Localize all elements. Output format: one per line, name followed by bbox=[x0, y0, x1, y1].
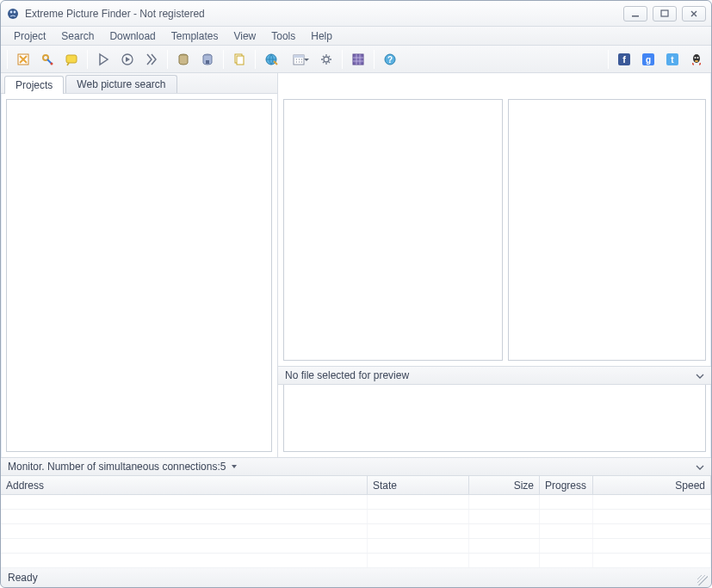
monitor-header[interactable]: Monitor. Number of simultaneous connecti… bbox=[1, 457, 711, 476]
table-row bbox=[1, 495, 711, 510]
chevron-down-icon bbox=[696, 372, 704, 381]
resize-grip-icon[interactable] bbox=[697, 575, 708, 585]
browse-icon[interactable] bbox=[260, 49, 282, 70]
svg-point-1 bbox=[10, 10, 13, 13]
svg-rect-3 bbox=[632, 15, 639, 17]
monitor-label-prefix: Monitor. Number of simultaneous connecti… bbox=[8, 461, 220, 473]
details-panel[interactable] bbox=[508, 99, 706, 361]
svg-rect-12 bbox=[206, 60, 209, 64]
tabs: Projects Web picture search bbox=[1, 73, 277, 94]
right-pane: No file selected for preview bbox=[278, 73, 711, 457]
copy-icon[interactable] bbox=[228, 49, 251, 70]
google-icon[interactable]: g bbox=[637, 49, 659, 70]
new-project-icon[interactable] bbox=[12, 49, 34, 70]
app-window: Extreme Picture Finder - Not registered … bbox=[0, 0, 712, 588]
keyword-icon[interactable] bbox=[60, 49, 83, 70]
preview-header-label: No file selected for preview bbox=[285, 369, 409, 381]
status-text: Ready bbox=[8, 572, 38, 584]
table-row bbox=[1, 524, 711, 539]
grid-rows[interactable] bbox=[1, 495, 711, 567]
table-row bbox=[1, 539, 711, 554]
svg-text:?: ? bbox=[387, 55, 393, 65]
thumbnail-panel[interactable] bbox=[283, 99, 503, 361]
download-grid: Address State Size Progress Speed bbox=[1, 476, 711, 568]
help-icon[interactable]: ? bbox=[379, 49, 401, 70]
col-speed[interactable]: Speed bbox=[593, 476, 711, 494]
svg-rect-14 bbox=[237, 56, 244, 65]
svg-rect-8 bbox=[66, 55, 77, 63]
menubar: Project Search Download Templates View T… bbox=[1, 27, 711, 46]
titlebar[interactable]: Extreme Picture Finder - Not registered bbox=[1, 1, 711, 27]
facebook-icon[interactable]: f bbox=[613, 49, 635, 70]
svg-point-30 bbox=[697, 57, 699, 59]
play-icon[interactable] bbox=[92, 49, 115, 70]
pattern-icon[interactable] bbox=[347, 49, 369, 70]
database-icon[interactable] bbox=[172, 49, 195, 70]
window-title: Extreme Picture Finder - Not registered bbox=[25, 8, 205, 20]
svg-point-18 bbox=[324, 57, 329, 62]
qq-icon[interactable] bbox=[685, 49, 708, 70]
statusbar: Ready bbox=[1, 568, 711, 587]
step-icon[interactable] bbox=[140, 49, 163, 70]
svg-point-2 bbox=[14, 10, 16, 13]
menu-tools[interactable]: Tools bbox=[263, 27, 303, 45]
dropdown-arrow-icon[interactable] bbox=[231, 463, 238, 470]
svg-point-0 bbox=[8, 9, 18, 19]
preview-header[interactable]: No file selected for preview bbox=[278, 366, 711, 385]
minimize-button[interactable] bbox=[623, 6, 647, 22]
menu-download[interactable]: Download bbox=[102, 27, 163, 45]
settings-icon[interactable] bbox=[36, 49, 59, 70]
close-button[interactable] bbox=[682, 6, 706, 22]
chevron-down-icon bbox=[696, 463, 704, 472]
twitter-icon[interactable]: t bbox=[661, 49, 684, 70]
tab-projects[interactable]: Projects bbox=[4, 76, 64, 94]
col-address[interactable]: Address bbox=[1, 476, 368, 494]
maximize-button[interactable] bbox=[653, 6, 677, 22]
content-area: Projects Web picture search No file sele… bbox=[1, 73, 711, 568]
toolbar: ? f g t bbox=[1, 46, 711, 73]
svg-text:f: f bbox=[622, 54, 626, 65]
svg-point-7 bbox=[51, 62, 53, 65]
svg-rect-19 bbox=[353, 54, 363, 65]
menu-help[interactable]: Help bbox=[303, 27, 340, 45]
preview-body bbox=[283, 385, 706, 452]
skip-icon[interactable] bbox=[116, 49, 139, 70]
col-size[interactable]: Size bbox=[469, 476, 540, 494]
grid-header: Address State Size Progress Speed bbox=[1, 476, 711, 495]
svg-text:g: g bbox=[646, 55, 651, 65]
menu-search[interactable]: Search bbox=[53, 27, 102, 45]
col-progress[interactable]: Progress bbox=[540, 476, 593, 494]
calendar-icon[interactable] bbox=[284, 49, 313, 70]
left-pane: Projects Web picture search bbox=[1, 73, 278, 457]
projects-list[interactable] bbox=[6, 99, 272, 452]
window-controls bbox=[623, 6, 706, 22]
svg-point-31 bbox=[695, 60, 698, 62]
menu-view[interactable]: View bbox=[226, 27, 263, 45]
table-row bbox=[1, 510, 711, 524]
tab-web-picture-search[interactable]: Web picture search bbox=[65, 75, 176, 93]
menu-templates[interactable]: Templates bbox=[164, 27, 226, 45]
table-row bbox=[1, 554, 711, 568]
gear-icon[interactable] bbox=[315, 49, 337, 70]
monitor-connections: 5 bbox=[220, 461, 226, 473]
col-state[interactable]: State bbox=[368, 476, 469, 494]
svg-point-29 bbox=[695, 57, 697, 59]
svg-rect-17 bbox=[294, 55, 304, 58]
app-icon bbox=[6, 7, 20, 21]
menu-project[interactable]: Project bbox=[6, 27, 53, 45]
save-icon[interactable] bbox=[196, 49, 219, 70]
svg-rect-4 bbox=[661, 10, 668, 16]
